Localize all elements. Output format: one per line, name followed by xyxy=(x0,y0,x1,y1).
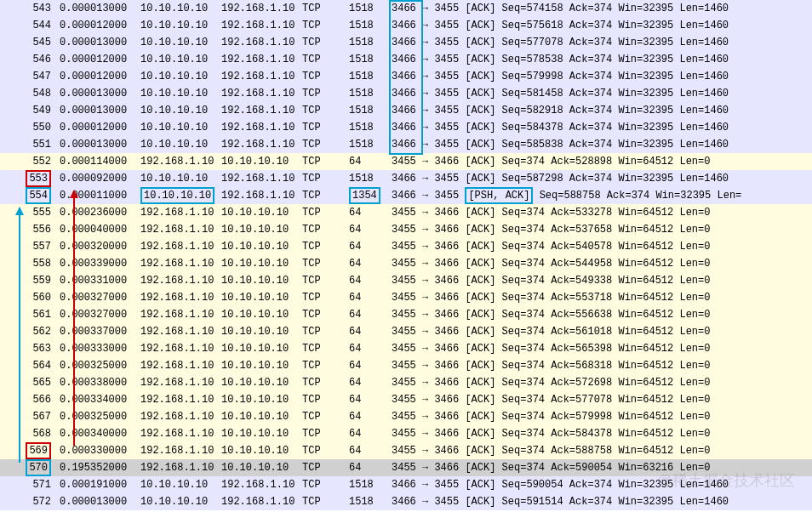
packet-source: 192.168.1.10 xyxy=(140,374,221,391)
packet-row[interactable]: 5640.000325000192.168.1.1010.10.10.10TCP… xyxy=(0,357,812,374)
packet-info: 3455 → 3466 [ACK] Seq=374 Ack=588758 Win… xyxy=(392,442,812,459)
packet-length: 64 xyxy=(349,255,392,272)
packet-row[interactable]: 5670.000325000192.168.1.1010.10.10.10TCP… xyxy=(0,408,812,425)
packet-destination: 10.10.10.10 xyxy=(221,459,302,476)
packet-row[interactable]: 5520.000114000192.168.1.1010.10.10.10TCP… xyxy=(0,153,812,170)
packet-time: 0.000012000 xyxy=(60,51,140,68)
packet-info: 3455 → 3466 [ACK] Seq=374 Ack=568318 Win… xyxy=(392,357,812,374)
packet-source: 192.168.1.10 xyxy=(140,204,221,221)
packet-row[interactable]: 5680.000340000192.168.1.1010.10.10.10TCP… xyxy=(0,425,812,442)
packet-row[interactable]: 5690.000330000192.168.1.1010.10.10.10TCP… xyxy=(0,442,812,459)
packet-destination: 192.168.1.10 xyxy=(221,476,302,493)
packet-row[interactable]: 5660.000334000192.168.1.1010.10.10.10TCP… xyxy=(0,391,812,408)
packet-no: 555 xyxy=(0,204,60,221)
packet-row[interactable]: 5710.00019100010.10.10.10192.168.1.10TCP… xyxy=(0,476,812,493)
packet-info: 3455 → 3466 [ACK] Seq=374 Ack=544958 Win… xyxy=(392,255,812,272)
packet-protocol: TCP xyxy=(302,391,349,408)
packet-no: 552 xyxy=(0,153,60,170)
packet-protocol: TCP xyxy=(302,272,349,289)
packet-time: 0.000333000 xyxy=(60,340,140,357)
packet-source: 10.10.10.10 xyxy=(140,85,221,102)
packet-no: 560 xyxy=(0,289,60,306)
packet-row[interactable]: 5700.195352000192.168.1.1010.10.10.10TCP… xyxy=(0,459,812,476)
packet-source: 10.10.10.10 xyxy=(140,68,221,85)
packet-length: 1518 xyxy=(349,0,392,17)
packet-row[interactable]: 5720.00001300010.10.10.10192.168.1.10TCP… xyxy=(0,493,812,510)
packet-row[interactable]: 5560.000040000192.168.1.1010.10.10.10TCP… xyxy=(0,221,812,238)
packet-source: 10.10.10.10 xyxy=(140,170,221,187)
packet-destination: 192.168.1.10 xyxy=(221,85,302,102)
packet-time: 0.000012000 xyxy=(60,17,140,34)
packet-row[interactable]: 5620.000337000192.168.1.1010.10.10.10TCP… xyxy=(0,323,812,340)
packet-row[interactable]: 5590.000331000192.168.1.1010.10.10.10TCP… xyxy=(0,272,812,289)
packet-row[interactable]: 5580.000339000192.168.1.1010.10.10.10TCP… xyxy=(0,255,812,272)
packet-destination: 192.168.1.10 xyxy=(221,68,302,85)
packet-destination: 192.168.1.10 xyxy=(221,17,302,34)
packet-time: 0.000325000 xyxy=(60,408,140,425)
packet-length: 1518 xyxy=(349,68,392,85)
packet-time: 0.000236000 xyxy=(60,204,140,221)
packet-length: 1518 xyxy=(349,34,392,51)
packet-no: 558 xyxy=(0,255,60,272)
packet-row[interactable]: 5550.000236000192.168.1.1010.10.10.10TCP… xyxy=(0,204,812,221)
packet-destination: 10.10.10.10 xyxy=(221,391,302,408)
packet-length: 64 xyxy=(349,306,392,323)
packet-length: 1518 xyxy=(349,102,392,119)
packet-length: 64 xyxy=(349,459,392,476)
packet-no: 566 xyxy=(0,391,60,408)
packet-source: 192.168.1.10 xyxy=(140,357,221,374)
packet-protocol: TCP xyxy=(302,136,349,153)
packet-source: 192.168.1.10 xyxy=(140,459,221,476)
packet-row[interactable]: 5540.00001100010.10.10.10192.168.1.10TCP… xyxy=(0,187,812,204)
packet-row[interactable]: 5650.000338000192.168.1.1010.10.10.10TCP… xyxy=(0,374,812,391)
packet-info: 3455 → 3466 [ACK] Seq=374 Ack=584378 Win… xyxy=(392,425,812,442)
packet-info: 3466 → 3455 [ACK] Seq=585838 Ack=374 Win… xyxy=(392,136,812,153)
packet-protocol: TCP xyxy=(302,85,349,102)
packet-time: 0.000337000 xyxy=(60,323,140,340)
packet-time: 0.000013000 xyxy=(60,493,140,510)
packet-source: 192.168.1.10 xyxy=(140,323,221,340)
packet-info: 3466 → 3455 [ACK] Seq=582918 Ack=374 Win… xyxy=(392,102,812,119)
packet-destination: 10.10.10.10 xyxy=(221,425,302,442)
packet-row[interactable]: 5530.00009200010.10.10.10192.168.1.10TCP… xyxy=(0,170,812,187)
packet-length: 1354 xyxy=(349,187,392,204)
packet-length: 64 xyxy=(349,408,392,425)
packet-protocol: TCP xyxy=(302,119,349,136)
packet-length: 64 xyxy=(349,323,392,340)
packet-length: 64 xyxy=(349,153,392,170)
packet-protocol: TCP xyxy=(302,170,349,187)
packet-destination: 10.10.10.10 xyxy=(221,340,302,357)
packet-length: 1518 xyxy=(349,51,392,68)
packet-destination: 10.10.10.10 xyxy=(221,323,302,340)
packet-protocol: TCP xyxy=(302,306,349,323)
packet-source: 10.10.10.10 xyxy=(140,136,221,153)
packet-protocol: TCP xyxy=(302,51,349,68)
packet-info: 3455 → 3466 [ACK] Seq=374 Ack=537658 Win… xyxy=(392,221,812,238)
packet-protocol: TCP xyxy=(302,17,349,34)
packet-protocol: TCP xyxy=(302,408,349,425)
packet-info: 3455 → 3466 [ACK] Seq=374 Ack=549338 Win… xyxy=(392,272,812,289)
packet-info: 3455 → 3466 [ACK] Seq=374 Ack=572698 Win… xyxy=(392,374,812,391)
packet-no: 562 xyxy=(0,323,60,340)
packet-length: 64 xyxy=(349,357,392,374)
packet-no: 567 xyxy=(0,408,60,425)
packet-destination: 10.10.10.10 xyxy=(221,289,302,306)
packet-destination: 192.168.1.10 xyxy=(221,0,302,17)
packet-source: 192.168.1.10 xyxy=(140,408,221,425)
packet-info: 3466 → 3455 [ACK] Seq=574158 Ack=374 Win… xyxy=(392,0,812,17)
packet-row[interactable]: 5610.000327000192.168.1.1010.10.10.10TCP… xyxy=(0,306,812,323)
packet-source: 192.168.1.10 xyxy=(140,238,221,255)
packet-source: 10.10.10.10 xyxy=(140,119,221,136)
packet-no: 563 xyxy=(0,340,60,357)
packet-destination: 192.168.1.10 xyxy=(221,136,302,153)
packet-protocol: TCP xyxy=(302,476,349,493)
packet-row[interactable]: 5570.000320000192.168.1.1010.10.10.10TCP… xyxy=(0,238,812,255)
packet-protocol: TCP xyxy=(302,238,349,255)
length-column-highlight xyxy=(389,0,423,155)
packet-source: 10.10.10.10 xyxy=(140,0,221,17)
packet-info: 3466 → 3455 [PSH, ACK] Seq=588758 Ack=37… xyxy=(392,187,812,204)
packet-length: 64 xyxy=(349,272,392,289)
packet-source: 192.168.1.10 xyxy=(140,289,221,306)
packet-row[interactable]: 5600.000327000192.168.1.1010.10.10.10TCP… xyxy=(0,289,812,306)
packet-row[interactable]: 5630.000333000192.168.1.1010.10.10.10TCP… xyxy=(0,340,812,357)
